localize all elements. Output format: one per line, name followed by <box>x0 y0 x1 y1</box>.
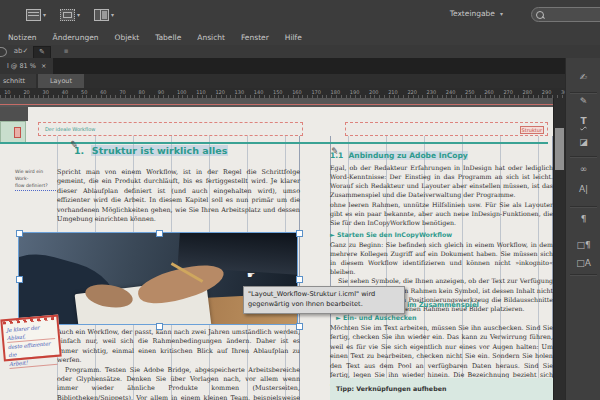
arrange-documents-button[interactable]: ▾ <box>94 6 120 23</box>
selection-handle[interactable] <box>296 230 303 237</box>
selection-handle[interactable] <box>296 323 303 330</box>
running-header-frame-right[interactable]: Struktur <box>345 122 548 136</box>
pencil-edit-icon: ✎ <box>69 138 79 150</box>
document-tab-label: l @ 81 % <box>7 58 36 74</box>
menu-item-ansicht[interactable]: Ansicht <box>197 33 225 42</box>
linked-stories-icon[interactable]: □¶ <box>566 240 600 250</box>
left-column-paragraph-2[interactable]: Auch ein Workflow, der passt, kann nach … <box>57 328 300 366</box>
note-marker-icon <box>14 127 21 138</box>
view-options-icon <box>26 9 41 21</box>
running-header-right: Struktur <box>520 126 544 134</box>
margin-note[interactable]: Wie wird ein Work- flow definiert? <box>15 169 56 191</box>
chevron-down-icon: ▾ <box>77 11 80 18</box>
menu-item-hilfe[interactable]: Hilfe <box>285 33 302 42</box>
hyperlinks-icon[interactable]: ∞ <box>566 164 600 174</box>
search-input[interactable] <box>544 10 598 19</box>
view-tab-bar: schnitt Layout <box>0 74 600 88</box>
view-options-button[interactable]: ▾ <box>26 6 52 23</box>
menu-item-objekt[interactable]: Objekt <box>115 33 140 42</box>
right-column-paragraph-3[interactable]: Ganz zu Beginn: Sie befinden sich gleich… <box>330 240 553 277</box>
close-icon[interactable]: × <box>41 58 46 74</box>
tip-box-title: Tipp: Verknüpfungen aufheben <box>336 385 446 392</box>
sticky-note[interactable]: Je klarer der Ablauf, desto effizienter … <box>0 315 61 362</box>
panel-dock: ✍✎T◪∞A|¶□¶□A <box>565 58 600 400</box>
selection-handle[interactable] <box>16 276 23 283</box>
text-macros-icon[interactable]: A| <box>566 184 600 194</box>
tab-layout-view[interactable]: Layout <box>38 74 84 88</box>
tip-box[interactable]: Tipp: Verknüpfungen aufheben <box>330 378 553 400</box>
grabber-cursor-icon: ☛ <box>247 270 255 280</box>
copyfit-info-icon[interactable]: ◪ <box>566 137 600 147</box>
right-column-paragraph-2[interactable]: ohne leeren Rahmen, unnütze Hilfslinien … <box>330 200 553 227</box>
selection-handle[interactable] <box>156 323 163 330</box>
arrange-documents-icon <box>94 9 109 21</box>
menu-item-fenster[interactable]: Fenster <box>241 33 269 42</box>
secondary-toolbar: ab✓ ✎ ▪ <box>0 45 600 59</box>
assignments-icon[interactable]: ✍ <box>566 72 600 82</box>
subheading-start-workflow[interactable]: ► Starten Sie den InCopyWorkflow <box>330 231 553 238</box>
selection-handle[interactable] <box>296 276 303 283</box>
document-tab[interactable]: l @ 81 % × <box>0 58 53 74</box>
running-header-left: Der ideale Workflow <box>45 126 95 132</box>
left-column-paragraph-3[interactable]: Programm. Testen Sie Adobe Bridge, abges… <box>57 366 300 400</box>
paragraph-styles-icon[interactable]: ¶ <box>566 214 600 224</box>
workspace-label: Texteingabe <box>450 9 495 18</box>
left-column-paragraph-1[interactable]: Spricht man von einem Workflow, ist in d… <box>57 168 300 224</box>
selection-handle[interactable] <box>156 230 163 237</box>
disabled-tool-icon: ▪ <box>60 46 72 57</box>
menu-item-notizen[interactable]: Notizen <box>8 33 37 42</box>
search-icon <box>536 11 544 19</box>
notes-panel-icon[interactable]: ✎ <box>566 96 600 106</box>
pencil-edit-icon: ✎ <box>330 146 339 157</box>
right-column-paragraph-1[interactable]: Egal, ob der Redakteur Erfahrungen in In… <box>330 163 553 200</box>
chevron-down-icon: ▾ <box>500 10 503 17</box>
menu-item-nderungen[interactable]: Änderungen <box>53 33 99 42</box>
spellcheck-icon[interactable]: ab✓ <box>13 46 29 57</box>
tab-story-view[interactable]: schnitt <box>0 74 36 88</box>
document-canvas: Der ideale Workflow Struktur ✎ 1. Strukt… <box>0 98 600 400</box>
chapter-rule <box>0 142 548 144</box>
chapter-heading[interactable]: 1. Struktur ist wirklich alles <box>74 145 228 156</box>
pasteboard-fragment <box>0 121 26 144</box>
incopy-window: ▾ ▾ ▾ Texteingabe ▾ NotizenÄnderungenObj… <box>0 0 600 400</box>
document-tab-bar: l @ 81 % × <box>0 58 600 74</box>
menu-bar: NotizenÄnderungenObjektTabelleAnsichtFen… <box>0 30 600 46</box>
left-column-paragraphs-2-3[interactable]: Auch ein Workflow, der passt, kann nach … <box>57 328 300 400</box>
chevron-down-icon: ▾ <box>111 11 114 18</box>
pasteboard-corner <box>0 107 28 121</box>
edit-status-tooltip: "Layout_Workflow-Struktur i.icml" wird g… <box>243 286 405 314</box>
search-box[interactable] <box>531 7 600 22</box>
menu-item-tabelle[interactable]: Tabelle <box>155 33 181 42</box>
selection-handle[interactable] <box>16 230 23 237</box>
subheading-check-in-out[interactable]: ► Ein- und Auschecken <box>336 314 417 321</box>
bleed-guide <box>0 104 553 105</box>
screen-mode-button[interactable]: ▾ <box>60 6 86 23</box>
running-header-frame-left[interactable]: Der ideale Workflow <box>38 122 303 136</box>
screen-mode-icon <box>60 9 75 21</box>
chevron-down-icon: ▾ <box>43 11 46 18</box>
scrollbar-thumb[interactable] <box>555 128 564 170</box>
character-styles-icon[interactable]: □A <box>566 258 600 268</box>
clipped-tool-icon[interactable] <box>0 47 7 57</box>
section-heading[interactable]: 1.1 Anbindung zu Adobe InCopy <box>330 151 553 160</box>
chapter-heading-text: Struktur ist wirklich alles <box>91 145 228 156</box>
track-changes-icon[interactable]: T <box>566 116 600 126</box>
workspace-switcher[interactable]: Texteingabe ▾ <box>450 9 503 18</box>
app-bar: ▾ ▾ ▾ Texteingabe ▾ <box>0 0 600 31</box>
